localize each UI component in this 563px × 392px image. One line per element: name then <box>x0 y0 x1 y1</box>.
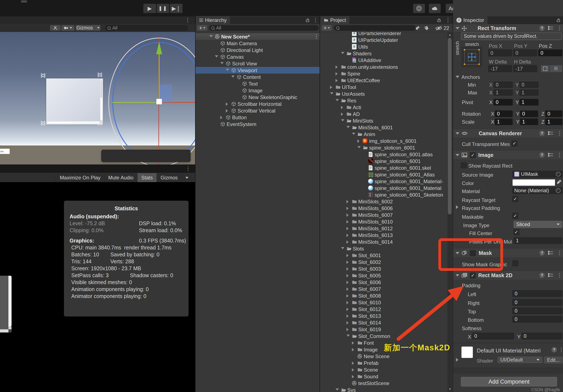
game-gizmos-dropdown-arrow[interactable] <box>181 173 192 182</box>
collapse-icon[interactable] <box>335 99 339 101</box>
hierarchy-search-input[interactable]: All <box>209 25 319 31</box>
collapse-icon[interactable] <box>341 247 344 249</box>
rect-transform-header[interactable]: Rect Transform ? ⋮ <box>453 24 563 32</box>
component-kebab-icon[interactable]: ⋮ <box>557 131 562 136</box>
collapse-icon[interactable] <box>215 55 218 57</box>
collapse-icon[interactable] <box>341 119 344 121</box>
ppu-multiplier-field[interactable]: 1 <box>514 237 562 244</box>
collapse-icon[interactable] <box>209 35 213 37</box>
project-item-new-scene[interactable]: New Scene <box>320 353 447 360</box>
rotation-z-field[interactable]: 0 <box>545 110 562 117</box>
expand-icon[interactable] <box>352 341 354 345</box>
pause-button[interactable]: ❚❚ <box>157 4 169 13</box>
scene-gizmos-dropdown[interactable]: Gizmos <box>76 25 101 31</box>
fill-center-checkbox[interactable]: ✓ <box>513 229 519 235</box>
project-item-uiparticleupdater[interactable]: #UIParticleUpdater <box>320 37 447 43</box>
expand-icon[interactable] <box>346 287 348 291</box>
project-item-minislots-6014[interactable]: MiniSlots_6014 <box>320 238 447 245</box>
project-item-shaders[interactable]: Shaders <box>320 50 447 57</box>
expand-icon[interactable] <box>220 116 222 119</box>
image-enabled-checkbox[interactable]: ✓ <box>470 152 476 158</box>
eyedropper-icon[interactable] <box>556 179 562 185</box>
project-scrollbar[interactable]: ▲ ▼ <box>447 32 452 392</box>
lock-icon[interactable] <box>305 18 310 23</box>
softness-x-field[interactable]: 0 <box>472 333 514 340</box>
hierarchy-add-button[interactable]: + <box>197 25 207 31</box>
expand-icon[interactable] <box>346 240 348 244</box>
project-kebab-icon[interactable]: ⋮ <box>445 17 451 23</box>
hierarchy-item-content[interactable]: Content <box>195 74 320 80</box>
step-button[interactable]: ▶❘ <box>170 4 182 13</box>
rotation-x-field[interactable]: 0 <box>495 110 513 117</box>
project-item-utils[interactable]: #Utils <box>320 43 447 50</box>
anchor-max-y-field[interactable]: 1 <box>519 89 539 96</box>
project-item-slot-6012[interactable]: Slot_6012 <box>320 306 447 313</box>
scale-y-field[interactable]: 1 <box>520 118 538 125</box>
shader-dropdown[interactable]: UI/Default <box>498 357 542 363</box>
scroll-down-icon[interactable]: ▼ <box>448 387 452 391</box>
game-toolbar-maximize-on-play[interactable]: Maximize On Play <box>56 173 104 182</box>
expand-icon[interactable] <box>335 65 338 69</box>
game-toolbar-gizmos[interactable]: Gizmos <box>157 173 181 182</box>
pivot-y-field[interactable]: 1 <box>519 99 539 105</box>
project-add-button[interactable]: + <box>322 25 332 31</box>
project-item-spine-sloticon-6001[interactable]: spine_sloticon_6001 <box>320 144 447 151</box>
project-item-slots[interactable]: Slots <box>320 245 447 252</box>
hierarchy-item-new-skeletongraphic[interactable]: New SkeletonGraphic <box>195 94 320 101</box>
padding-top-field[interactable]: 0 <box>512 307 562 314</box>
expand-icon[interactable] <box>346 281 348 284</box>
project-item-spine-sloticon-6001-skel[interactable]: spine_sloticon_6001.skel <box>320 164 447 171</box>
edit-shader-button[interactable]: Edit... <box>544 357 563 363</box>
project-item-minislots-6010[interactable]: MiniSlots_6010 <box>320 218 447 225</box>
game-toolbar-mute-audio[interactable]: Mute Audio <box>104 173 137 182</box>
project-search-input[interactable] <box>334 25 416 31</box>
project-item-uitool[interactable]: UITool <box>320 84 447 91</box>
expand-icon[interactable] <box>346 267 348 271</box>
project-item-prefab[interactable]: Prefab <box>320 360 447 366</box>
project-item-slot-6005[interactable]: Slot_6005 <box>320 272 447 279</box>
tab-hierarchy[interactable]: Hierarchy <box>196 16 230 24</box>
project-item-slot-6001[interactable]: Slot_6001 <box>320 252 447 259</box>
help-icon[interactable]: ? <box>539 131 545 136</box>
expand-icon[interactable] <box>335 72 338 76</box>
expand-icon[interactable] <box>226 109 228 113</box>
expand-icon[interactable] <box>346 207 348 210</box>
canvas-renderer-header[interactable]: Canvas Renderer ? ⋮ <box>453 129 563 138</box>
scene-options-kebab-icon[interactable]: ⋮ <box>314 34 319 39</box>
presets-icon[interactable] <box>548 131 553 135</box>
expand-icon[interactable] <box>346 234 348 237</box>
expand-icon[interactable] <box>346 301 348 304</box>
scene-tools-button[interactable] <box>50 25 61 31</box>
anchor-preset-widget[interactable] <box>461 47 482 67</box>
expand-icon[interactable] <box>346 227 348 230</box>
w-delta-field[interactable]: -17 <box>488 65 512 72</box>
collapse-icon[interactable] <box>226 69 229 71</box>
anchor-max-x-field[interactable]: 1 <box>493 89 513 96</box>
anchor-min-y-field[interactable]: 0 <box>519 82 539 88</box>
foldout-icon[interactable] <box>456 132 459 135</box>
hierarchy-item-main-camera[interactable]: Main Camera <box>195 40 320 47</box>
expand-icon[interactable] <box>346 261 348 264</box>
scene-search-input[interactable]: All <box>105 25 188 31</box>
scene-viewport[interactable]: ton <box>0 32 195 164</box>
hierarchy-item-scrollbar-vertical[interactable]: Scrollbar Vertical <box>195 107 320 114</box>
hierarchy-item-button[interactable]: Button <box>195 114 320 121</box>
show-raycast-checkbox[interactable] <box>461 162 467 168</box>
expand-icon[interactable] <box>358 139 359 143</box>
component-kebab-icon[interactable]: ⋮ <box>557 152 562 157</box>
lock-icon[interactable] <box>556 18 561 23</box>
expand-icon[interactable] <box>352 368 354 372</box>
search-by-label-icon[interactable] <box>424 26 429 31</box>
show-mask-graphic-checkbox[interactable] <box>512 260 518 266</box>
expand-icon[interactable] <box>346 254 348 257</box>
collapse-icon[interactable] <box>352 133 355 135</box>
rect-mask-2d-header[interactable]: ✓ Rect Mask 2D ? ⋮ <box>453 270 563 280</box>
project-item-minislots-6001[interactable]: MiniSlots_6001 <box>320 124 447 131</box>
source-image-field[interactable]: UIMask <box>512 171 562 178</box>
expand-icon[interactable] <box>346 314 348 318</box>
project-item-slot-6019[interactable]: Slot_6019 <box>320 326 447 333</box>
expand-icon[interactable] <box>346 200 348 203</box>
project-item-minislots-6002[interactable]: MiniSlots_6002 <box>320 198 447 205</box>
tab-project[interactable]: Project <box>320 16 349 24</box>
expand-icon[interactable] <box>346 294 348 298</box>
